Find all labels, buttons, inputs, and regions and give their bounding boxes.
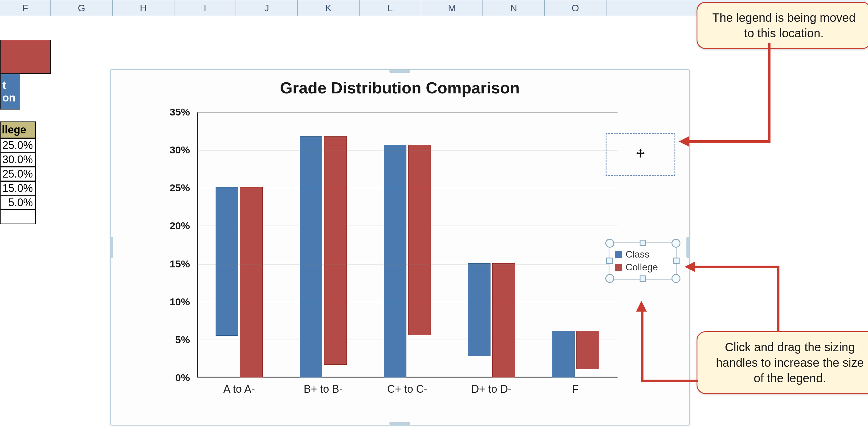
bars-container: A to A-B+ to B-C+ to C-D+ to D-F (197, 112, 618, 378)
legend-entry-college[interactable]: College (615, 262, 671, 273)
callout-top-arrow-icon (679, 136, 689, 147)
clipped-value-4: 5.0% (0, 196, 36, 210)
clipped-value-0: 25.0% (0, 138, 36, 152)
callout-bottom-line-h2 (641, 380, 698, 382)
y-tick-label: 35% (170, 106, 190, 118)
legend-swatch-class-icon (615, 251, 622, 258)
bar-class[interactable] (300, 136, 322, 378)
callout-bottom-line-v1 (777, 266, 779, 332)
legend-handle-w[interactable] (606, 258, 613, 264)
category-label: C+ to C- (387, 383, 427, 396)
chart-title[interactable]: Grade Distribution Comparison (111, 79, 689, 97)
chart-handle-bottom[interactable] (390, 422, 410, 425)
gridline (197, 340, 618, 340)
col-header-I[interactable]: I (174, 0, 236, 16)
category-label: D+ to D- (471, 383, 512, 396)
y-tick-label: 10% (170, 296, 190, 308)
col-header-N[interactable]: N (483, 0, 545, 16)
bar-class[interactable] (216, 187, 238, 336)
chart-legend[interactable]: Class College (609, 242, 677, 280)
y-tick-label: 25% (170, 182, 190, 194)
y-tick-label: 0% (175, 372, 190, 383)
chart-handle-top[interactable] (390, 70, 410, 73)
gridline (197, 302, 618, 302)
bar-college[interactable] (408, 145, 431, 335)
bar-group: B+ to B- (299, 136, 347, 378)
bar-class[interactable] (384, 145, 406, 378)
plot-area[interactable]: 0%5%10%15%20%25%30%35% A to A-B+ to B-C+… (161, 112, 618, 378)
clipped-value-1: 30.0% (0, 152, 36, 167)
y-axis: 0%5%10%15%20%25%30%35% (161, 112, 197, 378)
col-header-F[interactable]: F (0, 0, 51, 16)
clipped-empty-cell (0, 210, 36, 224)
bar-class[interactable] (552, 331, 575, 378)
bar-class[interactable] (468, 263, 491, 356)
legend-handle-ne[interactable] (672, 239, 680, 248)
category-label: A to A- (223, 383, 255, 396)
legend-handle-se[interactable] (672, 274, 680, 283)
callout-top: The legend is being moved to this locati… (696, 2, 868, 49)
y-tick-label: 15% (170, 258, 190, 269)
callout-bottom-arrow2-icon (636, 301, 647, 312)
legend-handle-nw[interactable] (605, 239, 614, 248)
bar-group: A to A- (215, 187, 263, 378)
y-tick-label: 5% (175, 334, 190, 345)
clipped-cell-red (0, 40, 51, 74)
callout-bottom-line-v2 (641, 311, 644, 380)
bar-college[interactable] (324, 136, 347, 365)
legend-label-class: Class (626, 249, 649, 260)
legend-handle-sw[interactable] (605, 274, 614, 283)
callout-top-line-h (689, 140, 771, 143)
col-header-M[interactable]: M (421, 0, 483, 16)
callout-bottom: Click and drag the sizing handles to inc… (696, 331, 868, 394)
legend-handle-e[interactable] (673, 258, 680, 264)
gridline (197, 264, 618, 264)
gridline (197, 112, 618, 113)
bar-group: C+ to C- (383, 145, 431, 378)
legend-entry-class[interactable]: Class (615, 249, 671, 260)
callout-top-line-v (768, 43, 771, 142)
col-header-G[interactable]: G (51, 0, 113, 16)
category-label: F (572, 383, 579, 396)
clipped-cell-header-college: llege (0, 121, 36, 138)
category-label: B+ to B- (304, 383, 343, 396)
clipped-text-on: on (2, 92, 16, 104)
bar-group: F (552, 331, 599, 378)
col-header-J[interactable]: J (236, 0, 298, 16)
col-header-O[interactable]: O (545, 0, 606, 16)
legend-swatch-college-icon (615, 264, 622, 271)
legend-drop-target[interactable] (606, 133, 675, 176)
y-tick-label: 30% (170, 144, 190, 156)
clipped-cell-blue: t on (0, 74, 20, 110)
bar-group: D+ to D- (468, 263, 515, 378)
bar-college[interactable] (577, 331, 599, 369)
legend-handle-n[interactable] (640, 240, 646, 246)
move-cursor-icon (636, 148, 646, 160)
clipped-text-t: t (2, 79, 6, 92)
gridline (197, 188, 618, 188)
bar-college[interactable] (240, 187, 263, 378)
callout-bottom-line-h1 (695, 266, 779, 268)
col-header-K[interactable]: K (298, 0, 359, 16)
col-header-H[interactable]: H (113, 0, 174, 16)
y-tick-label: 20% (170, 220, 190, 232)
clipped-value-2: 25.0% (0, 167, 36, 181)
col-header-L[interactable]: L (359, 0, 421, 16)
embedded-chart[interactable]: Grade Distribution Comparison 0%5%10%15%… (110, 69, 690, 426)
chart-handle-right[interactable] (686, 237, 689, 258)
chart-handle-left[interactable] (110, 237, 113, 258)
gridline (197, 226, 618, 226)
gridline (197, 150, 618, 150)
callout-bottom-arrow1-icon (685, 261, 695, 272)
legend-label-college: College (626, 262, 658, 273)
clipped-value-3: 15.0% (0, 181, 36, 196)
legend-handle-s[interactable] (640, 275, 646, 282)
bar-college[interactable] (492, 263, 515, 378)
